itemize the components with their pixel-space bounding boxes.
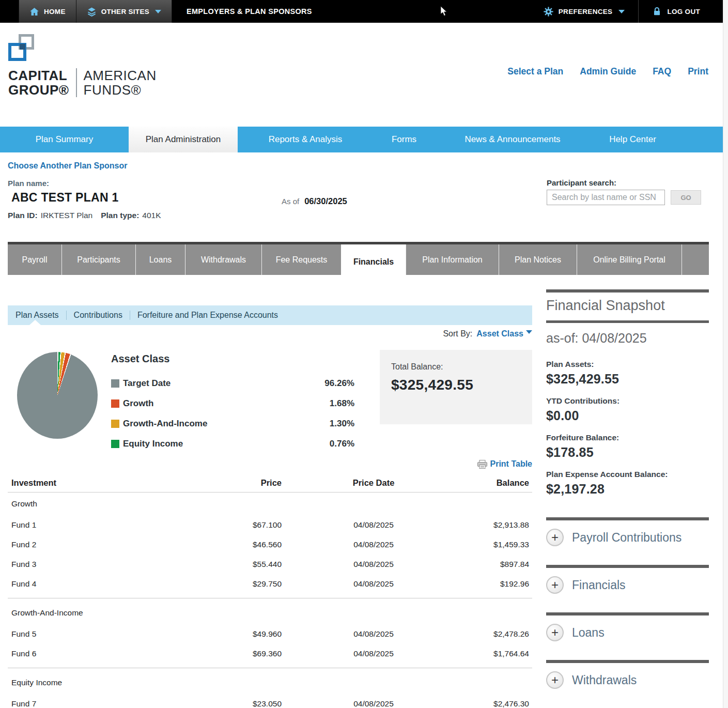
sidebar-section-row-withdrawals[interactable]: +Withdrawals [546, 671, 709, 689]
cell-price: $55.440 [204, 560, 282, 569]
preferences-button[interactable]: PREFERENCES [530, 0, 639, 23]
sidebar-section-row-financials[interactable]: +Financials [546, 576, 709, 594]
main-nav-reports-analysis[interactable]: Reports & Analysis [238, 127, 373, 152]
main-nav-forms[interactable]: Forms [373, 127, 435, 152]
expand-plus-icon[interactable]: + [546, 529, 564, 546]
participant-search-label: Participant search: [547, 178, 616, 187]
tab-plan-notices[interactable]: Plan Notices [499, 244, 577, 275]
snapshot-metric-plan-expense-account-balance: Plan Expense Account Balance:$2,197.28 [546, 470, 709, 497]
sort-by-value: Asset Class [476, 329, 523, 338]
utility-link-print[interactable]: Print [688, 66, 708, 77]
participant-search-go-button[interactable]: GO [671, 190, 701, 205]
tab-loans[interactable]: Loans [135, 244, 185, 275]
cell-price: $46.560 [204, 540, 282, 549]
topbar-right: PREFERENCES LOG OUT [530, 0, 728, 23]
table-row: Fund 5$49.96004/08/2025$2,478.26 [8, 624, 532, 644]
metric-value: $0.00 [546, 408, 709, 423]
utility-link-faq[interactable]: FAQ [653, 66, 671, 77]
printer-icon [477, 460, 487, 469]
tab-filler [681, 244, 709, 275]
legend-row-equity-income: Equity Income0.76% [111, 434, 354, 454]
subtab-plan-assets[interactable]: Plan Assets [16, 311, 59, 320]
legend-value: 96.26% [324, 378, 354, 389]
utility-link-select-a-plan[interactable]: Select a Plan [507, 66, 563, 77]
utility-links: Select a PlanAdmin GuideFAQPrint [507, 66, 708, 77]
table-row: Fund 4$29.75004/08/2025$192.96 [8, 574, 532, 594]
subtab-contributions[interactable]: Contributions [74, 311, 122, 320]
tab-withdrawals[interactable]: Withdrawals [185, 244, 261, 275]
tab-financials[interactable]: Financials [341, 244, 406, 279]
sidebar-section-label: Payroll Contributions [572, 531, 681, 545]
sidebar-section-row-loans[interactable]: +Loans [546, 624, 709, 641]
metric-label: Plan Assets: [546, 360, 709, 369]
choose-another-plan-sponsor-link[interactable]: Choose Another Plan Sponsor [8, 161, 127, 171]
home-label: HOME [44, 8, 66, 16]
content: Plan AssetsContributionsForfeiture and P… [0, 275, 728, 708]
financials-panel: Plan AssetsContributionsForfeiture and P… [8, 275, 532, 708]
asset-class-pie-chart [17, 352, 98, 439]
chevron-down-icon [526, 330, 532, 334]
expand-plus-icon[interactable]: + [546, 671, 564, 689]
snapshot-metrics: Plan Assets:$325,429.55YTD Contributions… [546, 360, 709, 497]
sort-by-dropdown[interactable]: Asset Class [476, 329, 532, 338]
cell-price-date: 04/08/2025 [282, 560, 466, 569]
print-table-link[interactable]: Print Table [490, 459, 533, 469]
plan-type-label: Plan type: [101, 211, 139, 220]
gear-icon [544, 7, 553, 17]
total-balance-value: $325,429.55 [391, 377, 532, 393]
legend-label: Growth [123, 398, 330, 409]
plan-type-value: 401K [142, 211, 161, 220]
main-nav-help-center[interactable]: Help Center [590, 127, 675, 152]
sidebar-section-payroll-contributions: +Payroll Contributions [546, 517, 709, 546]
other-sites-button[interactable]: OTHER SITES [76, 0, 172, 23]
legend-rows: Target Date96.26%Growth1.68%Growth-And-I… [111, 373, 354, 454]
other-sites-label: OTHER SITES [101, 8, 149, 16]
legend-row-target-date: Target Date96.26% [111, 373, 354, 393]
plan-ids-row: Plan ID: IRKTEST Plan Plan type: 401K [8, 211, 161, 220]
sidebar-rule [546, 517, 709, 520]
log-out-label: LOG OUT [667, 8, 700, 16]
cell-price-date: 04/08/2025 [282, 629, 466, 639]
tab-fee-requests[interactable]: Fee Requests [261, 244, 341, 275]
main-nav-plan-summary[interactable]: Plan Summary [0, 127, 129, 152]
legend-swatch-equity-income [111, 440, 119, 448]
main-nav-plan-administration[interactable]: Plan Administration [129, 127, 238, 152]
cell-balance: $1,459.33 [466, 540, 529, 549]
legend-row-growth-and-income: Growth-And-Income1.30% [111, 413, 354, 434]
home-button[interactable]: HOME [19, 0, 76, 23]
sort-row: Sort By: Asset Class [8, 329, 532, 339]
tab-plan-information[interactable]: Plan Information [406, 244, 499, 275]
sidebar-section-label: Loans [572, 626, 605, 640]
log-out-button[interactable]: LOG OUT [639, 0, 714, 23]
cell-investment: Fund 2 [11, 540, 204, 549]
subtab-forfeiture-and-plan-expense-accounts[interactable]: Forfeiture and Plan Expense Accounts [137, 311, 278, 320]
utility-link-admin-guide[interactable]: Admin Guide [580, 66, 636, 77]
table-row: Fund 2$46.56004/08/2025$1,459.33 [8, 535, 532, 555]
spacer [96, 211, 98, 220]
sidebar-section-label: Withdrawals [572, 673, 637, 687]
participant-search-input[interactable] [547, 190, 665, 205]
tab-payroll[interactable]: Payroll [8, 244, 61, 275]
cell-balance: $1,764.64 [466, 649, 529, 658]
sidebar-section-row-payroll-contributions[interactable]: +Payroll Contributions [546, 529, 709, 546]
financial-snapshot-sidebar: Financial Snapshot as-of: 04/08/2025 Pla… [546, 275, 709, 707]
sidebar-section-withdrawals: +Withdrawals [546, 660, 709, 689]
cell-price: $23.050 [204, 699, 282, 708]
tab-participants[interactable]: Participants [61, 244, 135, 275]
table-section-growth: GrowthFund 1$67.10004/08/2025$2,913.88Fu… [8, 492, 532, 598]
snapshot-metric-plan-assets: Plan Assets:$325,429.55 [546, 360, 709, 387]
print-row: Print Table [8, 457, 532, 471]
expand-plus-icon[interactable]: + [546, 624, 564, 641]
tab-online-billing-portal[interactable]: Online Billing Portal [577, 244, 681, 275]
expand-plus-icon[interactable]: + [546, 576, 564, 594]
main-nav-news-announcements[interactable]: News & Announcements [435, 127, 590, 152]
masthead: CAPITAL GROUP® AMERICAN FUNDS® Select a … [0, 23, 728, 127]
metric-value: $178.85 [546, 445, 709, 460]
lock-icon [652, 7, 662, 17]
cell-investment: Fund 5 [11, 629, 204, 639]
snapshot-sections: +Payroll Contributions+Financials+Loans+… [546, 517, 709, 689]
snapshot-metric-forfeiture-balance: Forfeiture Balance:$178.85 [546, 433, 709, 460]
as-of-date: 06/30/2025 [304, 196, 347, 206]
layers-icon [87, 7, 97, 17]
plan-name-label: Plan name: [8, 179, 49, 188]
